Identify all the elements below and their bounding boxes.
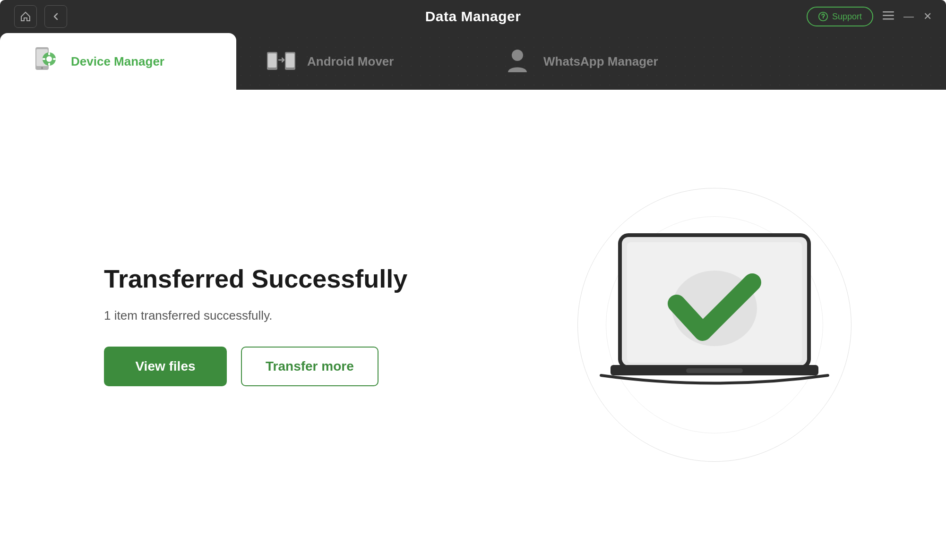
- tab-whatsapp-manager-label: WhatsApp Manager: [543, 54, 658, 69]
- svg-point-8: [46, 56, 52, 62]
- svg-point-6: [41, 67, 43, 69]
- app-window: Data Manager Support: [0, 0, 946, 560]
- title-bar-left: [14, 5, 67, 28]
- success-title: Transferred Successfully: [104, 263, 407, 294]
- android-mover-icon: [265, 45, 298, 78]
- main-content: Transferred Successfully 1 item transfer…: [0, 90, 946, 560]
- svg-point-17: [512, 50, 523, 61]
- tab-device-manager[interactable]: Device Manager: [0, 33, 236, 90]
- svg-rect-9: [48, 52, 50, 55]
- svg-rect-1: [883, 11, 894, 13]
- whatsapp-manager-icon: [501, 45, 534, 78]
- device-manager-icon: [28, 45, 61, 78]
- home-button[interactable]: [14, 5, 37, 28]
- svg-rect-16: [286, 53, 294, 68]
- tab-android-mover-label: Android Mover: [307, 54, 394, 69]
- title-bar-right: Support — ✕: [807, 7, 932, 26]
- view-files-button[interactable]: View files: [104, 347, 227, 386]
- support-icon: [818, 11, 828, 22]
- menu-button[interactable]: [883, 11, 894, 22]
- close-button[interactable]: ✕: [923, 11, 932, 22]
- tab-whatsapp-manager[interactable]: WhatsApp Manager: [473, 33, 709, 90]
- minimize-button[interactable]: —: [903, 11, 914, 22]
- title-bar: Data Manager Support: [0, 0, 946, 33]
- success-subtitle: 1 item transferred successfully.: [104, 308, 407, 323]
- back-button[interactable]: [44, 5, 67, 28]
- svg-rect-12: [53, 58, 56, 60]
- transfer-more-button[interactable]: Transfer more: [241, 347, 378, 386]
- svg-rect-14: [268, 53, 276, 68]
- support-label: Support: [832, 12, 862, 22]
- window-controls: — ✕: [883, 11, 932, 22]
- svg-rect-2: [883, 15, 894, 17]
- laptop-illustration: [592, 221, 837, 429]
- svg-rect-11: [43, 58, 45, 60]
- support-button[interactable]: Support: [807, 7, 873, 26]
- tab-android-mover[interactable]: Android Mover: [236, 33, 473, 90]
- action-buttons: View files Transfer more: [104, 347, 407, 386]
- tab-bar: Device Manager Android Mover WhatsApp: [0, 33, 946, 90]
- success-illustration: [549, 183, 880, 467]
- svg-rect-10: [48, 63, 50, 66]
- app-title: Data Manager: [425, 8, 521, 25]
- svg-rect-22: [686, 368, 743, 373]
- content-left: Transferred Successfully 1 item transfer…: [104, 263, 407, 386]
- svg-rect-3: [883, 18, 894, 20]
- tab-device-manager-label: Device Manager: [71, 54, 164, 69]
